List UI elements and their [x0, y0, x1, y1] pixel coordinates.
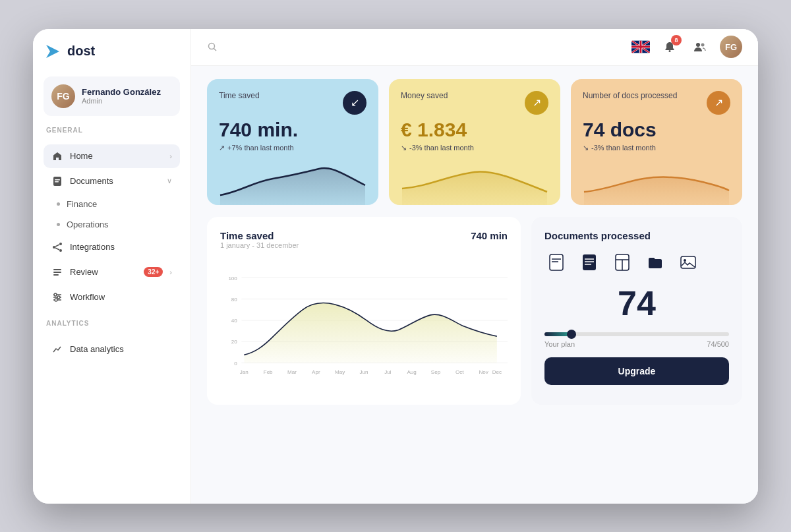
user-card[interactable]: FG Fernando González Admin [44, 76, 180, 116]
svg-text:Feb: Feb [264, 369, 273, 374]
stat-cards-row: Time saved ↙ 740 min. ↗ +7% than last mo… [207, 79, 742, 205]
sidebar-subitem-operations[interactable]: Operations [44, 215, 180, 234]
list-icon [51, 266, 63, 278]
svg-rect-2 [55, 179, 60, 181]
svg-text:Dec: Dec [492, 369, 502, 374]
upgrade-button[interactable]: Upgrade [544, 357, 729, 385]
review-badge: 32+ [144, 267, 163, 277]
contacts-button[interactable] [689, 36, 711, 57]
plan-label: Your plan [544, 340, 575, 348]
svg-point-22 [696, 43, 700, 47]
svg-point-17 [55, 299, 57, 301]
search-icon [207, 42, 218, 52]
sidebar-item-home[interactable]: Home › [44, 144, 180, 168]
doc-type-image[interactable] [676, 251, 700, 274]
time-saved-title: Time saved [219, 91, 260, 100]
time-saved-change: ↗ +7% than last month [219, 144, 366, 152]
svg-point-18 [209, 44, 215, 49]
sidebar-item-label-data-analytics: Data analytics [70, 344, 172, 354]
user-info: Fernando González Admin [82, 87, 161, 105]
progress-indicator [567, 330, 576, 339]
sidebar-item-label-home: Home [70, 151, 163, 161]
bullet-operations [57, 223, 60, 226]
language-flag[interactable] [631, 40, 650, 53]
svg-rect-3 [55, 181, 59, 183]
logo-text: dost [67, 44, 95, 59]
svg-text:0: 0 [234, 360, 237, 366]
svg-text:Sep: Sep [431, 369, 441, 374]
svg-rect-46 [550, 254, 563, 270]
docs-processed-panel: Documents processed [531, 217, 742, 405]
svg-line-19 [214, 49, 217, 51]
time-saved-btn[interactable]: ↙ [343, 91, 366, 115]
svg-text:80: 80 [231, 296, 237, 302]
dashboard: Time saved ↙ 740 min. ↗ +7% than last mo… [191, 66, 758, 504]
home-icon [51, 150, 63, 162]
sidebar-item-label-documents: Documents [70, 176, 160, 186]
docs-processed-value: 74 docs [583, 119, 730, 141]
time-saved-value: 740 min. [219, 119, 366, 141]
search-area[interactable] [207, 42, 218, 52]
svg-point-4 [59, 243, 62, 245]
svg-line-8 [55, 248, 59, 250]
svg-text:100: 100 [228, 275, 237, 281]
notification-count: 8 [671, 35, 682, 45]
progress-bar [544, 332, 729, 336]
sidebar-item-label-workflow: Workflow [70, 292, 172, 302]
logo-area: dost [44, 42, 180, 66]
notification-button[interactable]: 8 [659, 36, 680, 57]
svg-text:Nov: Nov [479, 369, 488, 374]
user-name: Fernando González [82, 87, 161, 97]
doc-type-lines[interactable] [577, 251, 601, 274]
docs-count: 74 [544, 283, 729, 323]
change-icon-down-docs: ↘ [583, 144, 589, 152]
svg-rect-9 [53, 269, 61, 270]
doc-type-icons [544, 251, 729, 274]
plan-value: 74/500 [707, 340, 729, 348]
svg-point-6 [53, 246, 55, 249]
svg-point-23 [701, 44, 705, 47]
sidebar-item-workflow[interactable]: Workflow [44, 285, 180, 309]
svg-text:Aug: Aug [407, 369, 416, 374]
chart-value: 740 min [471, 230, 508, 241]
chevron-down-icon: ∨ [167, 177, 172, 185]
general-section-label: GENERAL [44, 127, 180, 134]
docs-processed-btn[interactable]: ↗ [707, 91, 730, 115]
time-chart-card: Time saved 1 january - 31 december 740 m… [207, 217, 521, 405]
sidebar-item-documents[interactable]: Documents ∨ [44, 169, 180, 193]
sidebar-item-data-analytics[interactable]: Data analytics [44, 338, 180, 361]
nav-items-general: Home › Documents ∨ Finance [44, 144, 180, 309]
money-saved-change: ↘ -3% than last month [401, 144, 548, 152]
avatar: FG [51, 84, 75, 108]
docs-processed-change: ↘ -3% than last month [583, 144, 730, 152]
svg-marker-0 [46, 45, 59, 58]
sidebar-item-review[interactable]: Review 32+ › [44, 260, 180, 284]
docs-panel-title: Documents processed [544, 230, 729, 241]
svg-point-5 [59, 249, 62, 252]
bottom-section: Time saved 1 january - 31 december 740 m… [207, 217, 742, 405]
svg-text:Jan: Jan [240, 369, 249, 374]
svg-point-15 [54, 293, 57, 296]
svg-rect-56 [681, 256, 695, 268]
chevron-right-review: › [169, 268, 172, 276]
chart-icon [51, 343, 63, 355]
svg-point-21 [669, 50, 671, 52]
subitem-label-finance: Finance [67, 199, 97, 209]
svg-text:Mar: Mar [287, 369, 297, 374]
doc-type-folder[interactable] [643, 251, 667, 274]
sidebar-item-integrations[interactable]: Integrations [44, 235, 180, 259]
progress-labels: Your plan 74/500 [544, 340, 729, 348]
svg-text:May: May [335, 369, 345, 374]
user-role: Admin [82, 97, 161, 105]
stat-card-money-saved: Money saved ↗ € 1.834 ↘ -3% than last mo… [389, 79, 560, 205]
sidebar-subitem-finance[interactable]: Finance [44, 194, 180, 214]
doc-type-table[interactable] [610, 251, 634, 274]
profile-avatar[interactable]: FG [720, 36, 742, 58]
document-icon [51, 175, 63, 187]
sidebar-item-label-review: Review [70, 267, 137, 277]
svg-text:Oct: Oct [455, 369, 464, 374]
progress-section: Your plan 74/500 [544, 332, 729, 348]
money-saved-btn[interactable]: ↗ [525, 91, 548, 115]
sidebar: dost FG Fernando González Admin GENERAL [33, 29, 191, 504]
doc-type-blank[interactable] [544, 251, 568, 274]
